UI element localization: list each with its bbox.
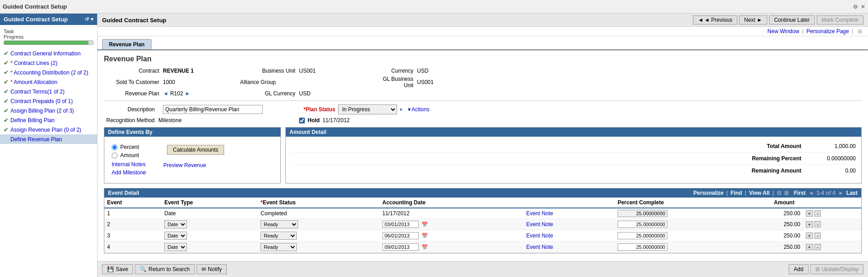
personalize-link[interactable]: Personalize xyxy=(693,190,724,196)
add-milestone-link[interactable]: Add Milestone xyxy=(112,169,146,176)
accounting-date-input[interactable] xyxy=(383,221,419,228)
event-note-link[interactable]: Event Note xyxy=(526,232,553,239)
view-all-link[interactable]: View All xyxy=(749,190,770,196)
mark-complete-button[interactable]: Mark Complete xyxy=(817,15,863,25)
internal-notes-link[interactable]: Internal Notes xyxy=(112,161,146,168)
close-icon[interactable]: ✕ xyxy=(861,4,865,10)
add-row-button[interactable]: + xyxy=(806,221,813,228)
check-icon-empty: ✔ xyxy=(4,136,9,143)
event-note-link[interactable]: Event Note xyxy=(526,210,553,217)
table-row: 2 Date Ready Completed In Progre xyxy=(104,219,861,230)
calendar-icon[interactable]: 📅 xyxy=(422,222,428,227)
amount-cell: 250.00 xyxy=(771,219,803,230)
add-row-button[interactable]: + xyxy=(806,210,813,217)
sidebar-item-define-billing[interactable]: ✔ Define Billing Plan xyxy=(0,115,97,125)
prev-page-icon[interactable]: ◄ xyxy=(809,190,814,196)
grid-view-icon[interactable]: ⊟ xyxy=(777,190,781,196)
sidebar-item-contract-terms[interactable]: ✔ Contract Terms(1 of 2) xyxy=(0,87,97,96)
event-status-select[interactable]: Ready Completed xyxy=(260,232,297,240)
rev-plan-next-arrow[interactable]: ► xyxy=(185,90,191,97)
new-window-link[interactable]: New Window xyxy=(767,28,799,35)
pct-complete-input[interactable] xyxy=(618,232,667,239)
bottom-bar: 💾 Save 🔍 Return to Search ✉ Notify Add ⊞ xyxy=(98,261,868,277)
sidebar-item-contract-general[interactable]: ✔ Contract General Information xyxy=(0,49,97,58)
continue-later-button[interactable]: Continue Later xyxy=(769,15,815,25)
total-amount-value: 1,000.00 xyxy=(810,143,856,149)
last-link[interactable]: Last xyxy=(846,190,858,196)
next-button[interactable]: Next ► xyxy=(739,15,767,25)
add-row-button[interactable]: + xyxy=(806,232,813,239)
pct-complete-cell xyxy=(615,208,771,219)
settings-icon[interactable]: ⚙ xyxy=(853,4,858,10)
event-status-select[interactable]: Ready Completed In Progress xyxy=(260,220,298,228)
sidebar-link[interactable]: Assign Revenue Plan (0 of 2) xyxy=(10,127,81,133)
event-type-select[interactable]: Date xyxy=(164,243,187,251)
sidebar-link-active[interactable]: Define Revenue Plan xyxy=(10,136,62,143)
calendar-icon[interactable]: 📅 xyxy=(422,233,428,238)
previous-button[interactable]: ◄ ◄ Previous xyxy=(693,15,737,25)
notify-button[interactable]: ✉ Notify xyxy=(196,264,227,274)
sidebar-link[interactable]: * Amount Allocation xyxy=(10,79,57,85)
pct-complete-cell xyxy=(615,219,771,230)
remove-row-button[interactable]: - xyxy=(814,210,821,217)
remaining-amount-value: 0.00 xyxy=(810,168,856,174)
event-type-select[interactable]: Date xyxy=(164,232,187,240)
rev-plan-prev-arrow[interactable]: ◄ xyxy=(163,90,168,97)
pct-complete-input[interactable] xyxy=(618,221,667,228)
event-type-select[interactable]: Date xyxy=(164,220,187,228)
sidebar-item-assign-billing[interactable]: ✔ Assign Billing Plan (2 of 3) xyxy=(0,106,97,115)
sidebar-link[interactable]: Define Billing Plan xyxy=(10,117,54,124)
add-button[interactable]: Add xyxy=(789,264,808,274)
first-link[interactable]: First xyxy=(794,190,806,196)
sidebar-link[interactable]: Assign Billing Plan (2 of 3) xyxy=(10,108,74,114)
accounting-date-input[interactable] xyxy=(383,243,419,251)
calendar-icon[interactable]: 📅 xyxy=(422,244,428,250)
grid-icon[interactable]: ⊞ xyxy=(858,28,862,35)
remaining-pct-label: Remaining Percent xyxy=(291,155,810,162)
sidebar-link[interactable]: * Contract Lines (2) xyxy=(10,60,57,66)
save-button[interactable]: 💾 Save xyxy=(102,264,133,274)
separator1: | xyxy=(802,28,805,35)
sidebar-item-accounting-dist[interactable]: ✔ * Accounting Distribution (2 of 2) xyxy=(0,68,97,77)
remove-row-button[interactable]: - xyxy=(814,232,821,239)
chevron-down-icon[interactable]: ▾ xyxy=(91,16,93,22)
event-status-select[interactable]: Ready Completed xyxy=(260,243,297,251)
update-display-button[interactable]: ⊞ Update/Display xyxy=(810,264,863,274)
plan-status-select[interactable]: In Progress Complete Pending xyxy=(338,104,397,114)
table-view-icon[interactable]: ⊞ xyxy=(784,190,789,196)
sidebar-item-contract-prepaids[interactable]: ✔ Contract Prepaids (0 of 1) xyxy=(0,96,97,106)
actions-link[interactable]: ▾ Actions xyxy=(408,106,429,113)
find-link[interactable]: Find xyxy=(731,190,742,196)
amount-radio[interactable] xyxy=(112,153,118,158)
sidebar-link[interactable]: Contract General Information xyxy=(10,50,81,57)
next-page-icon[interactable]: ► xyxy=(838,190,843,196)
return-to-search-button[interactable]: 🔍 Return to Search xyxy=(135,264,195,274)
event-note-link[interactable]: Event Note xyxy=(526,221,553,228)
sidebar-item-define-revenue[interactable]: ✔ Define Revenue Plan xyxy=(0,134,97,144)
add-row-button[interactable]: + xyxy=(806,244,813,250)
amount-cell: 250.00 xyxy=(771,208,803,219)
sidebar-item-assign-revenue[interactable]: ✔ Assign Revenue Plan (0 of 2) xyxy=(0,125,97,134)
preview-revenue-link[interactable]: Preview Revenue xyxy=(163,162,206,168)
calculate-amounts-button[interactable]: Calculate Amounts xyxy=(167,145,224,155)
hold-checkbox[interactable] xyxy=(299,118,305,124)
sidebar-item-contract-lines[interactable]: ✔ * Contract Lines (2) xyxy=(0,58,97,68)
contract-value: REVENUE 1 xyxy=(163,68,226,74)
accounting-date-input[interactable] xyxy=(383,232,419,239)
sidebar-link[interactable]: Contract Terms(1 of 2) xyxy=(10,89,64,95)
description-input[interactable] xyxy=(163,105,263,114)
sidebar-item-amount-allocation[interactable]: ✔ * Amount Allocation xyxy=(0,77,97,87)
percent-radio[interactable] xyxy=(112,144,118,150)
sidebar-link[interactable]: Contract Prepaids (0 of 1) xyxy=(10,98,73,104)
event-detail-header: Event Detail Personalize | Find | View A… xyxy=(104,188,861,198)
event-note-link[interactable]: Event Note xyxy=(526,244,553,250)
refresh-icon[interactable]: ↺ xyxy=(85,16,89,22)
pct-complete-input[interactable] xyxy=(618,210,667,217)
remove-row-button[interactable]: - xyxy=(814,221,821,228)
personalize-page-link[interactable]: Personalize Page xyxy=(806,28,849,35)
revenue-plan-tab[interactable]: Revenue Plan xyxy=(102,39,152,49)
sidebar-link[interactable]: * Accounting Distribution (2 of 2) xyxy=(10,69,88,76)
layout: Guided Contract Setup ↺ ▾ TaskProgress ✔… xyxy=(0,14,868,277)
pct-complete-input[interactable] xyxy=(618,243,667,251)
remove-row-button[interactable]: - xyxy=(814,244,821,250)
